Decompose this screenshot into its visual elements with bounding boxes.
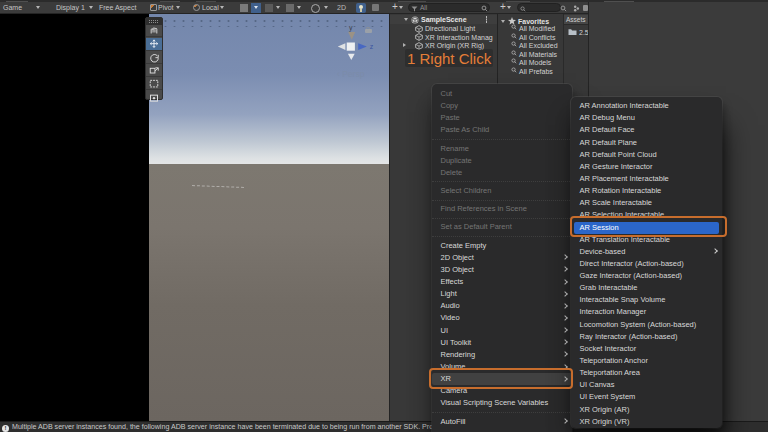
svg-text:z: z bbox=[370, 43, 374, 50]
svg-text:y: y bbox=[349, 24, 353, 32]
